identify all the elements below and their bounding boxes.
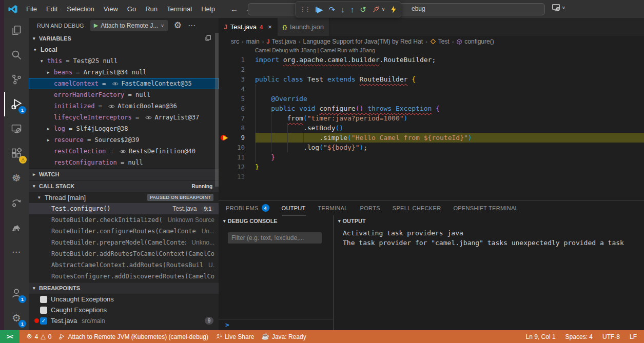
breadcrumb-item[interactable]: JTest.java [266,38,296,45]
breadcrumb-item[interactable]: main [246,38,260,45]
stack-frame[interactable]: RoutesConfigurer.addDiscoveredRoutes(Cam… [29,271,219,282]
problems-status[interactable]: ⊗ 4 △ 0 [27,333,51,340]
sidebar-scrollbar[interactable] [215,33,219,187]
stack-frame[interactable]: Test.configure()Test.java9:1 [29,203,219,214]
activity-item-openshift[interactable] [4,190,29,215]
activity-item-remote-explorer[interactable] [4,116,29,141]
breakpoint-checkbox[interactable] [40,307,47,314]
gutter-breakpoint-cell[interactable] [219,104,229,113]
back-arrow-icon[interactable]: ← [227,5,242,13]
code-line[interactable]: 8.setBody() [219,123,644,133]
output-header[interactable]: ▾ OUTPUT [334,215,644,227]
breakpoint-row[interactable]: ✓Test.javasrc/main9 [29,315,219,326]
panel-tab-spell-checker[interactable]: SPELL CHECKER [393,201,441,215]
lazy-eval-eye-icon[interactable] [112,82,119,86]
activity-item-extensions[interactable]: ⚠ [4,141,29,166]
breadcrumb-item[interactable]: Language Support for Java(TM) by Red Hat [303,38,423,45]
output-log[interactable]: Activating task providers javaThe task p… [334,227,644,248]
activity-item-settings[interactable]: ⚙1 [4,306,29,330]
thread-row[interactable]: ▾ Thread [main] PAUSED ON BREAKPOINT [29,192,219,203]
variable-row[interactable]: ▸beans = ArrayList@34 null [29,67,219,78]
breadcrumb-item[interactable]: configure() [456,38,494,45]
menu-item-go[interactable]: Go [123,5,141,13]
disconnect-icon[interactable] [372,6,380,13]
menu-item-file[interactable]: File [22,5,42,13]
tab-test-java[interactable]: JTest.java4× [219,18,278,36]
code-editor[interactable]: 1import org.apache.camel.builder.RouteBu… [219,55,644,200]
variable-row[interactable]: restConfiguration = null [29,157,219,168]
breakpoint-row[interactable]: Caught Exceptions [29,305,219,315]
continue-icon[interactable]: ▶ [316,6,323,13]
code-line[interactable]: 3public class Test extends RouteBuilder … [219,74,644,84]
code-line[interactable]: 10.log("${body}"); [219,143,644,152]
variable-row[interactable]: restCollection = RestsDefinition@40 [29,146,219,157]
stack-frame[interactable]: RouteBuilder.prepareModel(CamelContext)U… [29,237,219,248]
gutter-breakpoint-cell[interactable]: ▶ [219,133,229,143]
restart-icon[interactable]: ↺ [360,6,366,13]
call-stack-section-header[interactable]: ▾ CALL STACK Running [29,180,219,192]
code-line[interactable]: 7from("timer:java?period=1000") [219,113,644,123]
stack-frame[interactable]: RouteBuilder.checkInitialized()Unknown S… [29,214,219,226]
code-line[interactable]: 12} [219,162,644,172]
lightning-icon[interactable] [391,6,397,13]
gutter-breakpoint-cell[interactable] [219,123,229,133]
panel-tab-openshift-terminal[interactable]: OPENSHIFT TERMINAL [453,201,518,215]
menu-item-selection[interactable]: Selection [62,5,99,13]
toolbar-grip-icon[interactable]: ⋮⋮ [300,6,310,12]
start-debug-icon[interactable]: ▶ [94,22,98,29]
stack-frame[interactable]: RouteBuilder.configureRoutes(CamelContex… [29,226,219,237]
step-into-icon[interactable]: ↓ [341,6,345,13]
disconnect-dropdown-icon[interactable]: ∨ [382,7,385,12]
breakpoints-section-header[interactable]: ▾ BREAKPOINTS [29,282,219,294]
code-line[interactable]: 11} [219,152,644,162]
indentation-setting[interactable]: Spaces: 4 [565,333,593,340]
launch-config-dropdown[interactable]: ▶ Attach to Remote J... ∨ [90,20,168,31]
cursor-position[interactable]: Ln 9, Col 1 [526,333,556,340]
breadcrumb-item[interactable]: Test [430,38,450,45]
variable-row[interactable]: ▾Local [29,44,219,55]
breakpoint-row[interactable]: Uncaught Exceptions [29,294,219,305]
variable-row[interactable]: ▸resource = Sources$2@39 [29,134,219,146]
gutter-breakpoint-cell[interactable] [219,152,229,162]
activity-item-explorer[interactable] [4,18,29,43]
code-line[interactable]: 5@Override [219,94,644,104]
activity-item-source-control[interactable] [4,67,29,92]
activity-item-more[interactable]: ⋯ [4,239,29,264]
lazy-eval-eye-icon[interactable] [120,149,126,154]
menu-item-terminal[interactable]: Terminal [162,5,197,13]
menu-item-edit[interactable]: Edit [42,5,62,13]
code-line[interactable]: ▶9.simple("Hello Camel from ${routeId}") [219,133,644,143]
gutter-breakpoint-cell[interactable] [219,84,229,94]
view-as-tree-icon[interactable] [205,35,211,42]
code-line[interactable]: 2 [219,65,644,74]
codelens-actions[interactable]: Camel Debug with JBang | Camel Run with … [219,47,644,55]
variables-section-header[interactable]: ▾ VARIABLES [29,33,219,44]
close-icon[interactable]: × [268,23,272,31]
activity-item-accounts[interactable]: 1 [4,281,29,306]
gutter-breakpoint-cell[interactable] [219,55,229,65]
lazy-eval-eye-icon[interactable] [145,115,152,120]
code-line[interactable]: 13 [219,172,644,181]
code-line[interactable]: 1import org.apache.camel.builder.RouteBu… [219,55,644,65]
layout-toggle-button[interactable]: ∨ [552,3,565,12]
debug-target-status[interactable]: Attach to Remote JVM (Kubernetes) (camel… [58,333,208,340]
stack-frame[interactable]: RouteBuilder.addRoutesToCamelContext(Cam… [29,248,219,259]
sidebar-more-actions-icon[interactable]: ⋯ [188,21,196,30]
panel-tab-problems[interactable]: PROBLEMS4 [226,201,269,215]
code-line[interactable]: 4 [219,84,644,94]
gutter-breakpoint-cell[interactable] [219,94,229,104]
gutter-breakpoint-cell[interactable] [219,74,229,84]
code-line[interactable]: 6public void configure() throws Exceptio… [219,104,644,113]
panel-tab-output[interactable]: OUTPUT [282,201,306,215]
watch-section-header[interactable]: ▸ WATCH [29,168,219,180]
panel-tab-terminal[interactable]: TERMINAL [318,201,348,215]
breakpoint-checkbox[interactable]: ✓ [40,317,47,325]
variable-row[interactable]: ▾this = Test@25 null [29,55,219,67]
panel-tab-ports[interactable]: PORTS [360,201,380,215]
debug-console-filter-input[interactable] [228,232,322,244]
debug-settings-gear-icon[interactable]: ⚙ [174,21,182,30]
gutter-breakpoint-cell[interactable] [219,162,229,172]
gutter-breakpoint-cell[interactable] [219,113,229,123]
debug-console-header[interactable]: ▾ DEBUG CONSOLE [219,215,333,227]
gutter-breakpoint-cell[interactable] [219,172,229,181]
